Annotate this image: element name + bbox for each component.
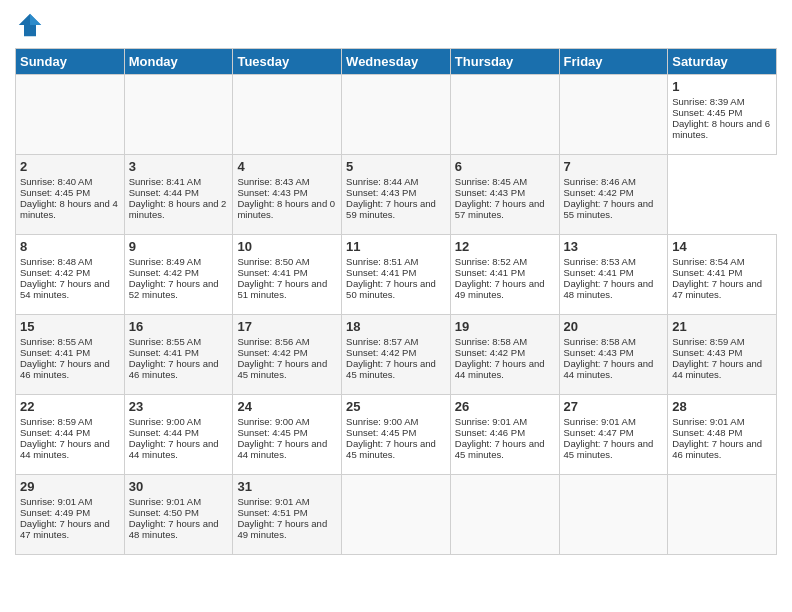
day-number: 2 — [20, 159, 120, 174]
day-cell-21: 21Sunrise: 8:59 AMSunset: 4:43 PMDayligh… — [668, 315, 777, 395]
day-number: 12 — [455, 239, 555, 254]
day-cell-16: 16Sunrise: 8:55 AMSunset: 4:41 PMDayligh… — [124, 315, 233, 395]
day-number: 21 — [672, 319, 772, 334]
day-cell-19: 19Sunrise: 8:58 AMSunset: 4:42 PMDayligh… — [450, 315, 559, 395]
day-number: 16 — [129, 319, 229, 334]
page-header — [15, 10, 777, 40]
day-number: 27 — [564, 399, 664, 414]
day-number: 11 — [346, 239, 446, 254]
day-cell-25: 25Sunrise: 9:00 AMSunset: 4:45 PMDayligh… — [342, 395, 451, 475]
day-number: 3 — [129, 159, 229, 174]
day-number: 1 — [672, 79, 772, 94]
header-day-tuesday: Tuesday — [233, 49, 342, 75]
day-cell-14: 14Sunrise: 8:54 AMSunset: 4:41 PMDayligh… — [668, 235, 777, 315]
calendar-header: SundayMondayTuesdayWednesdayThursdayFrid… — [16, 49, 777, 75]
day-cell-24: 24Sunrise: 9:00 AMSunset: 4:45 PMDayligh… — [233, 395, 342, 475]
empty-cell — [559, 475, 668, 555]
day-number: 18 — [346, 319, 446, 334]
empty-cell — [668, 475, 777, 555]
page-container: SundayMondayTuesdayWednesdayThursdayFrid… — [0, 0, 792, 565]
calendar-week-5: 22Sunrise: 8:59 AMSunset: 4:44 PMDayligh… — [16, 395, 777, 475]
header-day-saturday: Saturday — [668, 49, 777, 75]
logo — [15, 10, 47, 40]
day-cell-18: 18Sunrise: 8:57 AMSunset: 4:42 PMDayligh… — [342, 315, 451, 395]
day-number: 7 — [564, 159, 664, 174]
day-number: 8 — [20, 239, 120, 254]
day-cell-5: 5Sunrise: 8:44 AMSunset: 4:43 PMDaylight… — [342, 155, 451, 235]
day-number: 26 — [455, 399, 555, 414]
day-cell-11: 11Sunrise: 8:51 AMSunset: 4:41 PMDayligh… — [342, 235, 451, 315]
day-number: 17 — [237, 319, 337, 334]
day-number: 10 — [237, 239, 337, 254]
header-day-friday: Friday — [559, 49, 668, 75]
day-number: 5 — [346, 159, 446, 174]
day-number: 15 — [20, 319, 120, 334]
day-number: 25 — [346, 399, 446, 414]
header-row: SundayMondayTuesdayWednesdayThursdayFrid… — [16, 49, 777, 75]
day-cell-15: 15Sunrise: 8:55 AMSunset: 4:41 PMDayligh… — [16, 315, 125, 395]
empty-cell — [124, 75, 233, 155]
day-cell-30: 30Sunrise: 9:01 AMSunset: 4:50 PMDayligh… — [124, 475, 233, 555]
day-number: 29 — [20, 479, 120, 494]
logo-icon — [15, 10, 45, 40]
day-number: 20 — [564, 319, 664, 334]
empty-cell — [342, 75, 451, 155]
day-number: 28 — [672, 399, 772, 414]
calendar-week-6: 29Sunrise: 9:01 AMSunset: 4:49 PMDayligh… — [16, 475, 777, 555]
header-day-wednesday: Wednesday — [342, 49, 451, 75]
calendar-week-2: 2Sunrise: 8:40 AMSunset: 4:45 PMDaylight… — [16, 155, 777, 235]
day-number: 13 — [564, 239, 664, 254]
empty-cell — [450, 75, 559, 155]
empty-cell — [233, 75, 342, 155]
day-number: 22 — [20, 399, 120, 414]
day-cell-9: 9Sunrise: 8:49 AMSunset: 4:42 PMDaylight… — [124, 235, 233, 315]
calendar-body: 1Sunrise: 8:39 AMSunset: 4:45 PMDaylight… — [16, 75, 777, 555]
empty-cell — [342, 475, 451, 555]
day-cell-7: 7Sunrise: 8:46 AMSunset: 4:42 PMDaylight… — [559, 155, 668, 235]
day-cell-20: 20Sunrise: 8:58 AMSunset: 4:43 PMDayligh… — [559, 315, 668, 395]
day-cell-6: 6Sunrise: 8:45 AMSunset: 4:43 PMDaylight… — [450, 155, 559, 235]
day-cell-12: 12Sunrise: 8:52 AMSunset: 4:41 PMDayligh… — [450, 235, 559, 315]
day-cell-23: 23Sunrise: 9:00 AMSunset: 4:44 PMDayligh… — [124, 395, 233, 475]
day-number: 6 — [455, 159, 555, 174]
day-number: 31 — [237, 479, 337, 494]
empty-cell — [450, 475, 559, 555]
day-cell-22: 22Sunrise: 8:59 AMSunset: 4:44 PMDayligh… — [16, 395, 125, 475]
calendar-week-3: 8Sunrise: 8:48 AMSunset: 4:42 PMDaylight… — [16, 235, 777, 315]
day-number: 19 — [455, 319, 555, 334]
day-cell-1: 1Sunrise: 8:39 AMSunset: 4:45 PMDaylight… — [668, 75, 777, 155]
day-number: 9 — [129, 239, 229, 254]
day-cell-8: 8Sunrise: 8:48 AMSunset: 4:42 PMDaylight… — [16, 235, 125, 315]
empty-cell — [559, 75, 668, 155]
day-cell-10: 10Sunrise: 8:50 AMSunset: 4:41 PMDayligh… — [233, 235, 342, 315]
day-cell-29: 29Sunrise: 9:01 AMSunset: 4:49 PMDayligh… — [16, 475, 125, 555]
calendar-table: SundayMondayTuesdayWednesdayThursdayFrid… — [15, 48, 777, 555]
day-cell-3: 3Sunrise: 8:41 AMSunset: 4:44 PMDaylight… — [124, 155, 233, 235]
day-number: 4 — [237, 159, 337, 174]
day-cell-28: 28Sunrise: 9:01 AMSunset: 4:48 PMDayligh… — [668, 395, 777, 475]
svg-marker-1 — [30, 14, 41, 25]
empty-cell — [16, 75, 125, 155]
calendar-week-1: 1Sunrise: 8:39 AMSunset: 4:45 PMDaylight… — [16, 75, 777, 155]
day-cell-4: 4Sunrise: 8:43 AMSunset: 4:43 PMDaylight… — [233, 155, 342, 235]
day-cell-27: 27Sunrise: 9:01 AMSunset: 4:47 PMDayligh… — [559, 395, 668, 475]
day-cell-31: 31Sunrise: 9:01 AMSunset: 4:51 PMDayligh… — [233, 475, 342, 555]
day-cell-2: 2Sunrise: 8:40 AMSunset: 4:45 PMDaylight… — [16, 155, 125, 235]
day-number: 14 — [672, 239, 772, 254]
calendar-week-4: 15Sunrise: 8:55 AMSunset: 4:41 PMDayligh… — [16, 315, 777, 395]
day-number: 24 — [237, 399, 337, 414]
day-cell-13: 13Sunrise: 8:53 AMSunset: 4:41 PMDayligh… — [559, 235, 668, 315]
header-day-sunday: Sunday — [16, 49, 125, 75]
day-number: 23 — [129, 399, 229, 414]
header-day-monday: Monday — [124, 49, 233, 75]
day-cell-26: 26Sunrise: 9:01 AMSunset: 4:46 PMDayligh… — [450, 395, 559, 475]
day-cell-17: 17Sunrise: 8:56 AMSunset: 4:42 PMDayligh… — [233, 315, 342, 395]
header-day-thursday: Thursday — [450, 49, 559, 75]
day-number: 30 — [129, 479, 229, 494]
